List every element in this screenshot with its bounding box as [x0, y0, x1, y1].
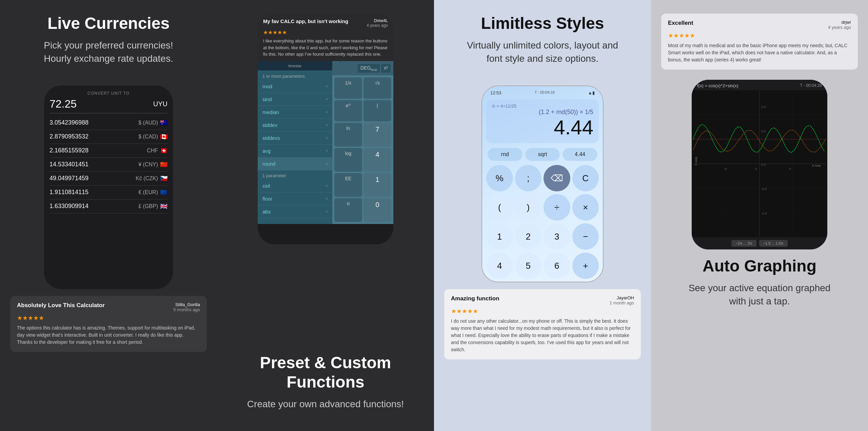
func-section-1or more: 1 or more parameters: [258, 71, 332, 80]
func-median[interactable]: median›: [258, 106, 332, 119]
phone3-time: 12:53: [490, 90, 501, 95]
func-section-1param: 1 parameter: [258, 170, 332, 180]
key-semicolon[interactable]: ;: [515, 165, 542, 192]
graph-range-btn[interactable]: −1.5 ... 1.5π: [759, 240, 788, 247]
timestar-label: timestar: [258, 62, 332, 69]
key-2[interactable]: 2: [515, 223, 542, 250]
btn-ln[interactable]: ln: [334, 123, 362, 147]
key-3[interactable]: 3: [544, 223, 570, 250]
key-open-p[interactable]: (: [486, 194, 513, 221]
func-mod[interactable]: mod›: [258, 80, 332, 93]
panel1-subtitle: Pick your preferred currencies!Hourly ex…: [44, 39, 173, 65]
review4-stars: ★★★★★: [668, 32, 851, 39]
graph-zoom-btn[interactable]: −2π ... 2π: [731, 240, 756, 247]
btn-7[interactable]: 7: [363, 123, 391, 147]
btn-4[interactable]: 4: [363, 148, 391, 172]
currency-row-czk: 49.049971459 Kč (CZK)🇨🇿: [50, 172, 167, 186]
svg-text:0.5: 0.5: [761, 130, 766, 133]
key-divide[interactable]: ÷: [544, 194, 570, 221]
func-stddevs[interactable]: stddevs›: [258, 132, 332, 145]
review-box-1: Absolutely Love This Calculator Stilla_G…: [10, 296, 207, 352]
convert-currency: UYU: [153, 100, 167, 108]
panel3-subtitle: Virtually unlimited colors, layout andfo…: [467, 39, 618, 65]
key-close-p[interactable]: ): [515, 194, 542, 221]
func-rnd[interactable]: rnd: [488, 148, 522, 161]
key-5[interactable]: 5: [515, 252, 542, 279]
phone-mockup-2: My fav CALC app, but isn't working Drew4…: [258, 14, 393, 244]
phone3-result: 4.44: [492, 116, 593, 139]
func-val[interactable]: 4.44: [563, 148, 597, 161]
key-plus[interactable]: +: [572, 252, 599, 279]
graph-area: 1.0 0.5 0.0 -0.5 -1.0 Y Axis -π 0 π X Ax…: [692, 90, 827, 237]
panel1-title: Live Currencies: [44, 14, 173, 33]
svg-text:-1.0: -1.0: [761, 212, 767, 215]
currency-list: 3.0542396988 $ (AUD)🇦🇺 2.8790953532 $ (C…: [50, 116, 167, 213]
btn-log[interactable]: log: [334, 148, 362, 172]
phone3-display: ⊙ = 4+11/25 (1.2 + rnd(50)) × 1/5 4.44: [486, 99, 599, 143]
svg-text:Y Axis: Y Axis: [694, 157, 698, 166]
btn-0[interactable]: 0: [363, 198, 391, 222]
key-minus[interactable]: −: [572, 223, 599, 250]
func-round[interactable]: round›: [258, 157, 332, 170]
key-multiply[interactable]: ×: [572, 194, 599, 221]
key-6[interactable]: 6: [544, 252, 570, 279]
phone3-status-bar: 12:53 T - 00:04:18 ▲▮: [482, 86, 603, 97]
func-stddev[interactable]: stddev›: [258, 119, 332, 132]
func-ceil[interactable]: ceil›: [258, 180, 332, 192]
btn-ee[interactable]: EE: [334, 173, 362, 197]
btn-1x[interactable]: 1/x: [334, 77, 362, 99]
svg-text:π: π: [789, 168, 791, 171]
key-clear[interactable]: C: [572, 165, 599, 192]
func-avg[interactable]: avg›: [258, 145, 332, 157]
key-backspace[interactable]: ⌫: [544, 165, 570, 192]
key-1[interactable]: 1: [486, 223, 513, 250]
panel3-title: Limitless Styles: [467, 14, 618, 33]
currency-row-eur: 1.9110814115 € (EUR)🇪🇺: [50, 186, 167, 200]
func-floor[interactable]: floor›: [258, 192, 332, 205]
currency-row-cad: 2.8790953532 $ (CAD)🇨🇦: [50, 130, 167, 144]
review3-meta: JayarOH 1 month ago: [610, 295, 634, 305]
graph-time: T - 00:04:29: [800, 83, 822, 88]
review1-text: The options this calculator has is amazi…: [17, 324, 200, 346]
btn-sqrt[interactable]: √x: [363, 77, 391, 99]
review3-text: I do not use any other calculator...on m…: [451, 318, 634, 353]
panel2-review-stars: ★★★★★: [263, 29, 388, 36]
svg-text:0.0: 0.0: [761, 163, 766, 166]
deg-btn[interactable]: DEGRAD: [358, 64, 380, 73]
phone-mockup-4: f(x) = cos(x)^2+sin(x) T - 00:04:29: [692, 80, 827, 249]
panel-functions: My fav CALC app, but isn't working Drew4…: [217, 0, 434, 431]
panel-graphing: Excellent drjwr 4 years ago ★★★★★ Most o…: [651, 0, 868, 431]
key-percent[interactable]: %: [486, 165, 513, 192]
phone3-funcrow: rnd sqrt 4.44: [482, 146, 603, 163]
key-4[interactable]: 4: [486, 252, 513, 279]
review1-meta: Stilla_Gorilla 5 months ago: [173, 302, 200, 312]
review-box-3: Amazing function JayarOH 1 month ago ★★★…: [444, 289, 641, 359]
convert-label: CONVERT UNIT TO: [50, 91, 167, 96]
panel2-review-text: I like everything about this app, but fo…: [263, 38, 388, 58]
func-sind[interactable]: sind›: [258, 93, 332, 106]
review1-title: Absolutely Love This Calculator: [17, 302, 173, 309]
svg-text:1.0: 1.0: [761, 105, 766, 109]
panel-styles: Limitless Styles Virtually unlimited col…: [434, 0, 651, 431]
phone-mockup-3: 12:53 T - 00:04:18 ▲▮ ⊙ = 4+11/25 (1.2 +…: [481, 86, 604, 282]
review3-title: Amazing function: [451, 295, 499, 302]
phone3-timer: T - 00:04:18: [535, 90, 555, 95]
x2-btn[interactable]: x²: [381, 64, 391, 73]
review1-stars: ★★★★★: [17, 314, 200, 322]
phone3-signal: ▲▮: [588, 90, 595, 95]
graph-formula: f(x) = cos(x)^2+sin(x): [697, 83, 738, 88]
currency-row-gbp: 1.6330909914 £ (GBP)🇬🇧: [50, 200, 167, 213]
panel-live-currencies: Live Currencies Pick your preferred curr…: [0, 0, 217, 431]
btn-pi[interactable]: π: [334, 198, 362, 222]
review4-text: Most of my math is medical and so the ba…: [668, 42, 851, 63]
btn-1[interactable]: 1: [363, 173, 391, 197]
func-abs[interactable]: abs›: [258, 205, 332, 218]
func-sqrt-btn[interactable]: sqrt: [525, 148, 560, 161]
panel4-subtitle: See your active equation graphedwith jus…: [689, 281, 831, 308]
panel2-subtitle: Create your own advanced functions!: [247, 397, 404, 411]
graph-controls: −2π ... 2π −1.5 ... 1.5π: [692, 237, 827, 249]
currency-row-aud: 3.0542396988 $ (AUD)🇦🇺: [50, 116, 167, 130]
btn-epow[interactable]: e^: [334, 100, 362, 121]
panel4-bottom: Auto Graphing See your active equation g…: [689, 256, 831, 318]
btn-open-paren[interactable]: (: [363, 100, 391, 121]
